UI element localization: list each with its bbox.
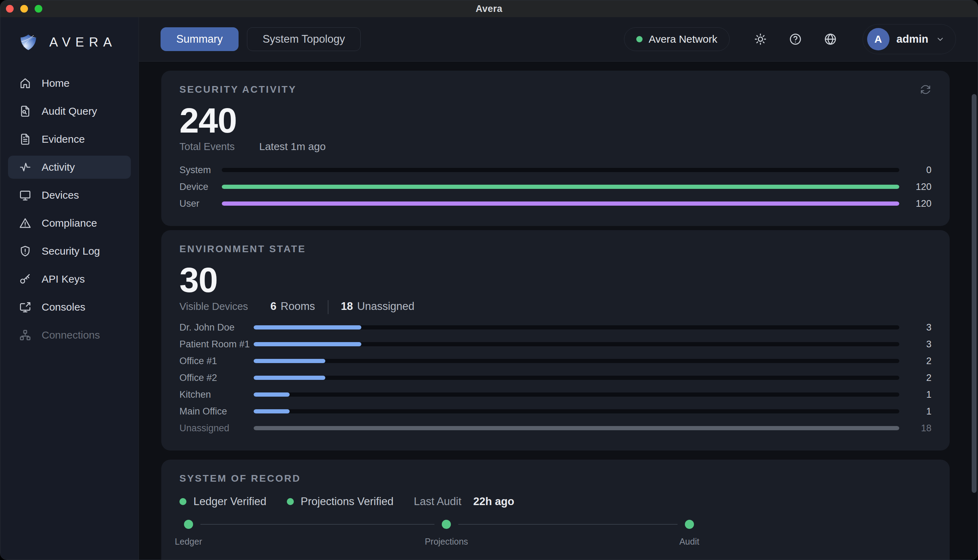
activity-icon	[18, 160, 32, 174]
sidebar-item-label: Evidence	[42, 133, 85, 145]
total-events-label: Total Events	[180, 141, 235, 153]
sidebar-item-devices[interactable]: Devices	[8, 183, 131, 207]
bar-fill	[253, 359, 325, 363]
timeline-line	[200, 524, 435, 525]
sidebar-item-label: Activity	[42, 161, 75, 173]
bar-row: Main Office1	[180, 403, 931, 420]
bar-track	[253, 409, 899, 413]
sidebar-item-activity[interactable]: Activity	[8, 156, 131, 179]
timeline-dot	[685, 520, 694, 529]
brand: AVERA	[19, 33, 138, 52]
bar-track	[222, 168, 899, 172]
timeline-label: Ledger	[175, 537, 202, 547]
visible-devices-label: Visible Devices	[180, 301, 248, 312]
bar-fill	[253, 409, 290, 413]
card-security-activity: SECURITY ACTIVITY 240 Total Events Lates…	[161, 71, 950, 226]
verified-status: Ledger Verified	[180, 495, 267, 508]
api-keys-icon	[18, 272, 32, 286]
status-dot	[180, 498, 187, 505]
main-content: SECURITY ACTIVITY 240 Total Events Lates…	[139, 62, 978, 560]
sidebar-item-home[interactable]: Home	[8, 72, 131, 95]
bar-label: Kitchen	[180, 389, 248, 400]
tab-summary[interactable]: Summary	[160, 27, 238, 51]
visible-devices-value: 30	[180, 260, 931, 299]
timeline-label: Projections	[425, 537, 468, 547]
bar-fill	[222, 185, 899, 189]
user-name: admin	[896, 33, 928, 45]
bar-row: Kitchen1	[180, 386, 931, 403]
bar-value: 2	[899, 373, 931, 383]
network-status-pill[interactable]: Avera Network	[624, 27, 730, 51]
bar-value: 18	[899, 423, 931, 434]
bar-value: 3	[899, 322, 931, 333]
bar-row: Unassigned18	[180, 420, 931, 437]
sidebar-item-security-log[interactable]: Security Log	[8, 240, 131, 263]
rooms-label: Rooms	[280, 300, 315, 313]
sidebar-item-label: Connections	[42, 329, 100, 341]
bar-row: Patient Room #13	[180, 336, 931, 353]
sidebar-item-evidence[interactable]: Evidence	[8, 128, 131, 151]
shield-logo-icon	[19, 33, 37, 52]
rooms-count: 6	[270, 300, 277, 313]
sidebar-item-label: Devices	[42, 189, 79, 201]
sidebar-item-label: API Keys	[42, 273, 85, 285]
minimize-button[interactable]	[20, 5, 28, 13]
bar-label: Patient Room #1	[180, 339, 248, 350]
window-titlebar: Avera	[0, 0, 978, 17]
scrollbar-thumb[interactable]	[972, 94, 976, 493]
bar-value: 3	[899, 339, 931, 350]
bar-row: Office #22	[180, 369, 931, 386]
bar-value: 1	[899, 389, 931, 400]
verified-status: Projections Verified	[287, 495, 393, 508]
bar-label: Office #2	[180, 373, 248, 383]
network-status-label: Avera Network	[649, 33, 717, 45]
security-log-icon	[18, 245, 32, 258]
divider	[328, 300, 328, 314]
status-dot	[287, 498, 294, 505]
bar-label: System	[180, 165, 216, 176]
sidebar-item-label: Consoles	[42, 301, 85, 313]
bar-label: Unassigned	[180, 423, 248, 434]
consoles-icon	[18, 300, 32, 314]
status-label: Ledger Verified	[193, 495, 267, 508]
zoom-button[interactable]	[35, 5, 42, 13]
bar-row: User120	[180, 195, 931, 212]
refresh-icon[interactable]	[920, 83, 931, 95]
bar-row: System0	[180, 162, 931, 178]
close-button[interactable]	[6, 5, 13, 13]
bar-row: Dr. John Doe3	[180, 319, 931, 336]
bar-value: 0	[899, 165, 931, 176]
tab-system-topology[interactable]: System Topology	[247, 27, 361, 51]
bar-label: Main Office	[180, 406, 248, 417]
bar-track	[253, 426, 899, 430]
bar-row: Office #12	[180, 353, 931, 369]
bar-track	[222, 185, 899, 189]
timeline-dot	[184, 520, 193, 529]
window-title: Avera	[476, 3, 503, 14]
bar-track	[222, 202, 899, 206]
user-menu[interactable]: A admin	[863, 24, 956, 54]
globe-icon[interactable]	[823, 32, 837, 46]
bar-track	[253, 376, 899, 380]
theme-toggle-icon[interactable]	[753, 32, 767, 46]
bar-track	[253, 359, 899, 363]
help-icon[interactable]	[788, 32, 802, 46]
sidebar-item-compliance[interactable]: Compliance	[8, 212, 131, 235]
sidebar-item-label: Compliance	[42, 217, 97, 229]
total-events-value: 240	[180, 101, 931, 140]
sidebar-item-consoles[interactable]: Consoles	[8, 295, 131, 318]
sidebar-item-api-keys[interactable]: API Keys	[8, 268, 131, 291]
bar-fill	[253, 426, 899, 430]
sidebar-item-label: Audit Query	[42, 105, 97, 117]
sidebar-item-audit-query[interactable]: Audit Query	[8, 100, 131, 123]
bar-label: Office #1	[180, 356, 248, 367]
bar-fill	[253, 376, 325, 380]
timeline-line	[458, 524, 677, 525]
sidebar-item-connections[interactable]: Connections	[8, 323, 131, 347]
bar-fill	[222, 202, 899, 206]
traffic-lights	[6, 0, 42, 17]
bar-value: 120	[899, 198, 931, 209]
bar-label: Dr. John Doe	[180, 322, 248, 333]
connections-icon	[18, 328, 32, 342]
bar-value: 120	[899, 182, 931, 192]
